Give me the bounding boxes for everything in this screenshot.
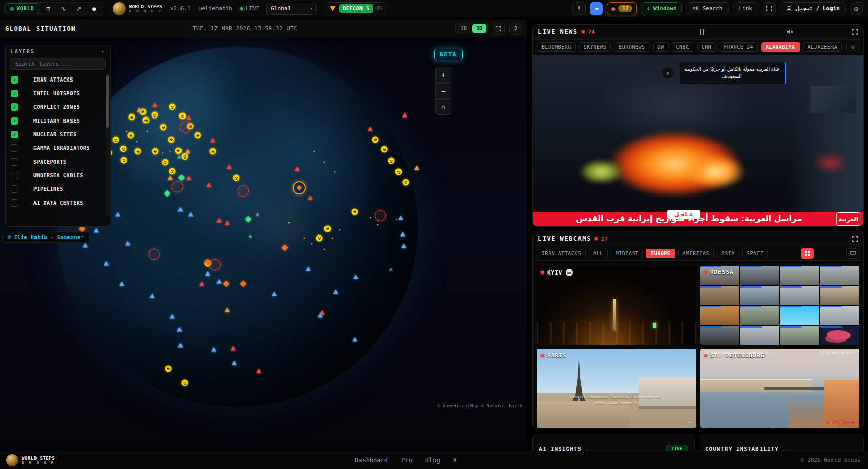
channel-tab[interactable]: BLOOMBERG (537, 42, 576, 52)
channel-tab[interactable]: CNBC (672, 42, 694, 52)
search-layers-input[interactable] (14, 60, 101, 68)
region-tab[interactable]: EUROPE (646, 249, 675, 258)
mini-cam-tile[interactable] (740, 306, 779, 325)
mini-cam-tile[interactable] (700, 326, 739, 345)
globe-map[interactable]: LAYERS ▼ ✓ ◉ IRAN ATTACKS ✓ ◉ INTEL HOTS… (0, 37, 527, 451)
mute-button[interactable] (786, 28, 793, 35)
settings-button[interactable]: ⚙ (850, 2, 863, 15)
mini-cam-tile[interactable] (820, 286, 859, 305)
mini-cam-tile[interactable] (700, 306, 739, 325)
webcam-odessa[interactable]: ODESSA ⋮ (700, 266, 859, 345)
map-pin-button[interactable] (509, 23, 522, 35)
region-tab[interactable]: SPACE (742, 249, 768, 258)
region-tab[interactable]: ALL (589, 249, 608, 258)
exclamation-button[interactable]: ! (572, 2, 586, 15)
mini-cam-tile[interactable] (780, 306, 819, 325)
webcams-fullscreen-button[interactable] (852, 236, 858, 242)
region-tab[interactable]: ASIA (717, 249, 739, 258)
rewind-button[interactable]: ◀◀ (590, 2, 603, 15)
channel-settings-button[interactable]: ⚙ (846, 42, 859, 52)
mini-cam-tile[interactable] (740, 326, 779, 345)
scope-select[interactable]: Global ▼ (266, 3, 317, 15)
map-marker[interactable] (402, 113, 407, 118)
footer-link[interactable]: X (453, 457, 457, 464)
mini-cam-tile[interactable] (780, 266, 819, 285)
mini-cam-tile[interactable] (780, 286, 819, 305)
mini-cam-tile[interactable] (820, 326, 859, 345)
link-button[interactable]: Link (733, 2, 758, 15)
webcam-st-petersburg[interactable]: St. Petersburg, Russia. Fontanka.ru 17-0… (700, 349, 859, 428)
pause-button[interactable] (700, 29, 704, 35)
layer-row[interactable]: ✓ ▤ AI DATA CENTERS (6, 196, 110, 210)
channel-tab[interactable]: FRANCE 24 (719, 42, 758, 52)
mini-cam-tile[interactable] (700, 286, 739, 305)
fullscreen-button[interactable] (763, 2, 776, 15)
dagger-icon[interactable]: † (69, 0, 88, 18)
monitor-icon[interactable]: ⊡ (41, 3, 56, 14)
layer-checkbox[interactable]: ✓ (11, 158, 18, 166)
alerts-button[interactable]: ◉ 12 (607, 2, 637, 15)
webcam-paris[interactable]: Conseil Economique Social & Environnemen… (537, 349, 696, 428)
zoom-in-button[interactable]: + (435, 67, 451, 83)
channel-tab[interactable]: SKYNEWS (579, 42, 611, 52)
chevron-left-button[interactable]: ‹ (662, 67, 673, 79)
layer-row[interactable]: ✓ ☢ NUCLEAR SITES (6, 128, 110, 141)
layer-row[interactable]: ✓ ⚠ GAMMA IRRADIATORS (6, 141, 110, 155)
mode-3d-button[interactable]: 3D (472, 24, 486, 33)
mini-cam-tile[interactable] (820, 266, 859, 285)
map-fullscreen-button[interactable] (492, 23, 505, 35)
layer-checkbox[interactable]: ✓ (11, 172, 18, 179)
home-view-button[interactable]: ⌂ (435, 99, 451, 115)
footer-link[interactable]: Pro (401, 457, 412, 464)
layer-checkbox[interactable]: ✓ (11, 117, 18, 125)
tile-menu-dots[interactable]: ⋮ (854, 302, 859, 309)
defcon-widget[interactable]: DEFCON 5 0% (325, 2, 387, 15)
channel-tab[interactable]: DW (653, 42, 669, 52)
news-video-player[interactable]: ‹ قناة العربية ممولة بالكامل أو جزئيًا م… (533, 55, 863, 227)
layer-row[interactable]: ✓ ⚔ CONFLICT ZONES (6, 100, 110, 114)
scrollbar-thumb[interactable] (106, 75, 109, 128)
earth-globe[interactable] (57, 47, 418, 407)
layer-row[interactable]: ✓ ∿ UNDERSEA CABLES (6, 169, 110, 182)
orb-icon[interactable]: ● (87, 3, 102, 14)
collapse-caret-icon[interactable]: ▼ (102, 50, 105, 54)
footer-link[interactable]: Blog (425, 457, 440, 464)
mini-cam-tile[interactable] (740, 286, 779, 305)
news-fullscreen-button[interactable] (852, 29, 858, 35)
map-marker[interactable] (414, 166, 419, 170)
layer-row[interactable]: ✓ ➤ SPACEPORTS (6, 155, 110, 169)
mini-cam-tile[interactable] (740, 266, 779, 285)
layer-row[interactable]: ✓ ▮ PIPELINES (6, 182, 110, 196)
login-button[interactable]: تسجيل / Login (780, 2, 846, 15)
layer-row[interactable]: ✓ ◉ INTEL HOTSPOTS (6, 87, 110, 100)
channel-tab[interactable]: EURONEWS (614, 42, 649, 52)
region-tab[interactable]: MIDEAST (611, 249, 643, 258)
mini-cam-tile[interactable] (780, 326, 819, 345)
region-tab[interactable]: AMERICAS (678, 249, 714, 258)
layers-scrollbar[interactable] (106, 73, 109, 216)
layer-checkbox[interactable]: ✓ (11, 90, 18, 97)
region-tab[interactable]: IRAN ATTACKS (537, 249, 586, 258)
windows-download-button[interactable]: ↓ Windows (641, 2, 682, 15)
channel-tab[interactable]: CNN (697, 42, 716, 52)
single-view-button[interactable] (846, 248, 859, 259)
world-button[interactable]: ◍ WORLD (6, 3, 39, 14)
footer-link[interactable]: Dashboard (355, 457, 388, 464)
search-button[interactable]: ⌘K Search (686, 2, 729, 15)
layer-row[interactable]: ✓ ▦ MILITARY BASES (6, 114, 110, 128)
mini-cam-tile[interactable] (820, 306, 859, 325)
zoom-out-button[interactable]: − (435, 83, 451, 99)
layer-checkbox[interactable]: ✓ (11, 199, 18, 207)
tile-menu-dots[interactable]: ⋯ (688, 419, 692, 426)
layer-checkbox[interactable]: ✓ (11, 76, 18, 84)
layer-row[interactable]: ✓ ◉ IRAN ATTACKS (6, 73, 110, 87)
grid-view-button[interactable] (801, 248, 814, 259)
channel-tab[interactable]: ALARABIYA (761, 42, 800, 52)
layer-checkbox[interactable]: ✓ (11, 144, 18, 152)
channel-tab[interactable]: ALJAZEERA (803, 42, 842, 52)
chart-icon[interactable]: ∿ (56, 3, 71, 14)
layer-checkbox[interactable]: ✓ (11, 185, 18, 193)
layer-checkbox[interactable]: ✓ (11, 131, 18, 138)
mode-2d-button[interactable]: 2D (457, 24, 471, 33)
webcam-kyiv[interactable]: KYIV DW (537, 266, 696, 345)
